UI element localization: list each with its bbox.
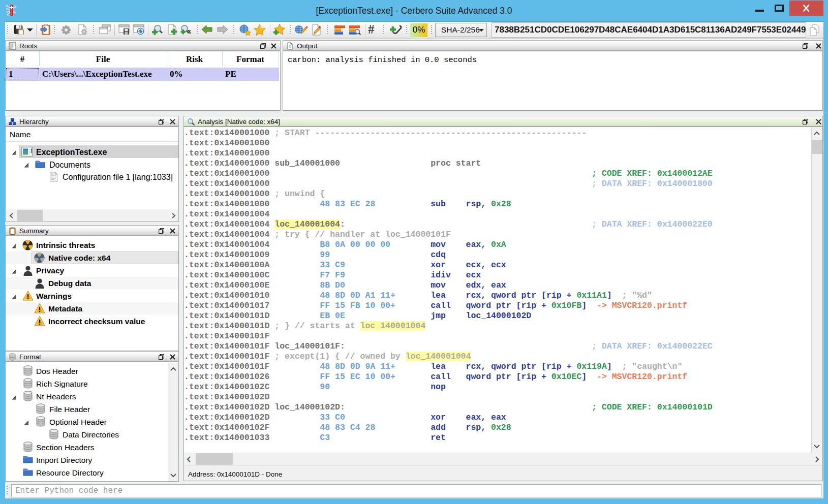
- svg-text:x: x: [188, 27, 191, 35]
